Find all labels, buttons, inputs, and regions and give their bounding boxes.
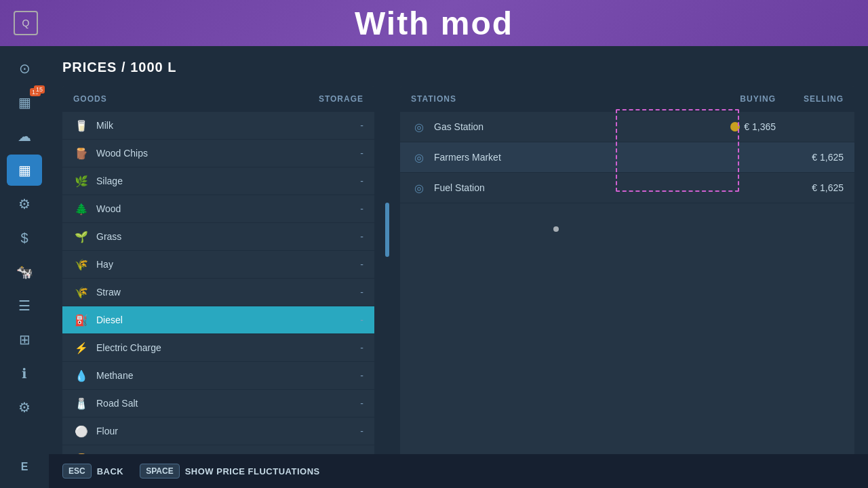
goods-name: Electric Charge	[96, 342, 360, 353]
station-selling: € 1,625	[776, 152, 844, 163]
goods-item[interactable]: 🪵 Wood Chips -	[62, 140, 374, 167]
goods-name: Straw	[96, 287, 360, 298]
station-name: Fuel Station	[434, 182, 681, 193]
goods-icon: 🧂	[73, 395, 90, 411]
sidebar-item-e[interactable]: E	[7, 451, 42, 483]
goods-item[interactable]: 🥛 Milk -	[62, 112, 374, 140]
goods-icon: ⚡	[73, 340, 90, 356]
goods-item[interactable]: ⛽ Diesel -	[62, 306, 374, 334]
calendar-badge: 15	[30, 88, 41, 96]
weather-icon: ☁	[18, 128, 31, 144]
station-buying: € 1,365	[681, 121, 776, 132]
goods-list[interactable]: 🥛 Milk - 🪵 Wood Chips - 🌿 Silage - 🌲 Woo…	[62, 112, 374, 474]
sidebar-item-animal[interactable]: 🐄	[7, 256, 42, 287]
goods-item[interactable]: ⚡ Electric Charge -	[62, 334, 374, 362]
footer: ESC BACK SPACE SHOW PRICE FLUCTUATIONS	[49, 454, 868, 488]
goods-item[interactable]: ⚪ Flour -	[62, 418, 374, 445]
goods-name: Wood Chips	[96, 148, 360, 159]
station-name: Farmers Market	[434, 152, 681, 163]
goods-item[interactable]: 💧 Methane -	[62, 362, 374, 390]
goods-col-header: GOODS	[73, 94, 107, 104]
goods-item[interactable]: 🌱 Grass -	[62, 223, 374, 251]
back-label: BACK	[97, 466, 124, 476]
goods-icon: ⛽	[73, 312, 90, 328]
space-key: SPACE	[140, 464, 179, 479]
goods-name: Grass	[96, 231, 360, 242]
goods-name: Road Salt	[96, 398, 360, 409]
goods-item[interactable]: 🌿 Silage -	[62, 167, 374, 195]
station-name: Gas Station	[434, 121, 681, 132]
sidebar-item-weather[interactable]: ☁	[7, 121, 42, 152]
goods-name: Hay	[96, 259, 360, 270]
sidebar-item-vehicle[interactable]: ⊞	[7, 324, 42, 355]
sidebar-item-tractor[interactable]: ⚙	[7, 188, 42, 220]
back-button[interactable]: ESC BACK	[62, 464, 123, 479]
goods-item[interactable]: 🌾 Hay -	[62, 251, 374, 279]
goods-item[interactable]: 🧂 Road Salt -	[62, 390, 374, 418]
goods-icon: 🪵	[73, 145, 90, 161]
station-item[interactable]: ◎ Gas Station € 1,365	[400, 112, 854, 142]
goods-name: Milk	[96, 120, 360, 131]
goods-item[interactable]: 🌾 Straw -	[62, 279, 374, 306]
header-icon: Q	[14, 11, 38, 35]
sidebar-item-dollar[interactable]: $	[7, 222, 42, 253]
goods-icon: 🌾	[73, 256, 90, 272]
main-content: PRICES / 1000 L GOODS STORAGE 🥛 Milk - 🪵…	[49, 46, 868, 488]
buying-price: € 1,365	[744, 121, 776, 132]
chart-icon: ▦	[18, 162, 31, 178]
station-item[interactable]: ◎ Farmers Market € 1,625	[400, 142, 854, 173]
goods-storage: -	[360, 231, 363, 242]
station-selling: € 1,625	[776, 182, 844, 193]
goods-storage: -	[360, 287, 363, 298]
sidebar-item-settings[interactable]: ⚙	[7, 392, 42, 423]
animal-icon: 🐄	[16, 264, 33, 280]
price-fluctuations-button[interactable]: SPACE SHOW PRICE FLUCTUATIONS	[140, 464, 319, 479]
sidebar: ⊙ ▦ 15 ☁ ▦ ⚙ $ 🐄 ☰ ⊞ ℹ ⚙ E	[0, 46, 49, 488]
goods-storage: -	[360, 426, 363, 436]
goods-storage: -	[360, 342, 363, 353]
goods-name: Methane	[96, 370, 360, 381]
goods-storage: -	[360, 120, 363, 131]
price-fluctuations-label: SHOW PRICE FLUCTUATIONS	[185, 466, 320, 476]
goods-icon: 🌾	[73, 284, 90, 300]
goods-scrollbar[interactable]	[385, 86, 389, 474]
sidebar-item-calendar[interactable]: ▦ 15	[7, 87, 42, 118]
page-header-title: With mod	[355, 5, 513, 42]
goods-storage: -	[360, 203, 363, 214]
station-icon: ◎	[411, 180, 427, 196]
sidebar-item-steering[interactable]: ⊙	[7, 53, 42, 84]
content-area: GOODS STORAGE 🥛 Milk - 🪵 Wood Chips - 🌿 …	[62, 86, 854, 474]
goods-name: Diesel	[96, 314, 360, 325]
scroll-thumb[interactable]	[385, 203, 389, 257]
goods-icon: 💧	[73, 367, 90, 384]
goods-header: GOODS STORAGE	[62, 86, 374, 112]
page-title: PRICES / 1000 L	[62, 60, 854, 75]
goods-item[interactable]: 🌲 Wood -	[62, 195, 374, 223]
dollar-icon: $	[20, 230, 28, 246]
stations-col-header: STATIONS	[411, 94, 681, 104]
goods-storage: -	[360, 314, 363, 325]
goods-storage: -	[360, 398, 363, 409]
station-icon: ◎	[411, 119, 427, 135]
buying-col-header: BUYING	[681, 94, 776, 104]
steering-icon: ⊙	[19, 60, 31, 77]
station-item[interactable]: ◎ Fuel Station € 1,625	[400, 173, 854, 203]
goods-icon: 🌱	[73, 228, 90, 245]
goods-name: Wood	[96, 203, 360, 214]
selling-col-header: SELLING	[776, 94, 844, 104]
goods-name: Silage	[96, 176, 360, 186]
goods-icon: 🥛	[73, 117, 90, 134]
goods-storage: -	[360, 176, 363, 186]
calendar-icon: ▦	[18, 94, 31, 110]
sidebar-item-chart[interactable]: ▦	[7, 155, 42, 186]
sidebar-item-info[interactable]: ℹ	[7, 358, 42, 389]
goods-storage: -	[360, 148, 363, 159]
sidebar-item-list[interactable]: ☰	[7, 290, 42, 321]
goods-icon: 🌲	[73, 201, 90, 217]
stations-list: ◎ Gas Station € 1,365 ◎ Farmers Market €…	[400, 112, 854, 474]
esc-key: ESC	[62, 464, 92, 479]
station-icon: ◎	[411, 149, 427, 165]
goods-name: Flour	[96, 426, 360, 436]
settings-icon: ⚙	[18, 399, 31, 415]
stations-header: STATIONS BUYING SELLING	[400, 86, 854, 112]
